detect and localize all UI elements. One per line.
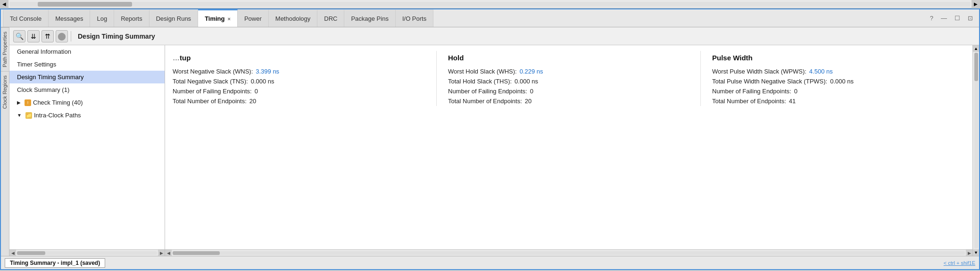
tree-item-general-information[interactable]: General Information [9, 45, 165, 58]
setup-tns-label: Total Negative Slack (TNS): [173, 78, 248, 85]
right-scroll-down[interactable]: ▼ [973, 249, 980, 256]
tree-item-check-timing[interactable]: ▶ ! Check Timing (40) [9, 96, 165, 109]
pw-tpws-label: Total Pulse Width Negative Slack (TPWS): [712, 78, 827, 85]
setup-failing-value: 0 [255, 88, 258, 95]
tab-log[interactable]: Log [90, 9, 114, 27]
tree-scroll-thumb [17, 251, 45, 255]
tree-scroll-right[interactable]: ▶ [158, 250, 165, 256]
data-scroll[interactable]: …tup Worst Negative Slack (WNS): 3.399 n… [165, 45, 972, 249]
setup-wns-value: 3.399 ns [256, 68, 279, 75]
data-scroll-track[interactable] [173, 251, 965, 255]
data-scroll-left[interactable]: ◀ [165, 250, 172, 256]
hold-failing-label: Number of Failing Endpoints: [448, 88, 527, 95]
pw-wpws-value: 4.500 ns [809, 68, 833, 75]
tree-item-timer-settings[interactable]: Timer Settings [9, 58, 165, 71]
status-right-link[interactable]: < ctrl + shif1E [944, 260, 975, 266]
tab-maximize-button[interactable]: ⊡ [965, 14, 975, 23]
data-scroll-thumb [173, 251, 220, 255]
setup-total-value: 20 [249, 98, 256, 105]
tab-package-pins-label: Package Pins [351, 15, 389, 22]
scroll-thumb [38, 2, 132, 7]
tab-methodology[interactable]: Methodology [269, 9, 317, 27]
tab-reports[interactable]: Reports [114, 9, 149, 27]
collapse-all-button[interactable]: ⇊ [27, 30, 40, 42]
search-icon: 🔍 [16, 33, 24, 40]
check-timing-icon: ! [25, 99, 31, 106]
hold-total-label: Total Number of Endpoints: [448, 98, 522, 105]
tree-scrollbar-bottom: ◀ ▶ [9, 249, 165, 256]
pw-total-value: 41 [789, 98, 796, 105]
top-scrollbar[interactable]: ◀ ▶ [0, 0, 980, 8]
toolbar-and-content: 🔍 ⇊ ⇈ ⬤ Design Timing Summary [9, 27, 979, 256]
main-container: Tcl Console Messages Log Reports Design … [0, 8, 980, 270]
stop-icon: ⬤ [58, 32, 66, 41]
tree-item-check-timing-label: Check Timing (40) [33, 99, 83, 106]
timing-section-hold: Hold Worst Hold Slack (WHS): 0.229 ns To… [437, 51, 701, 106]
tab-timing[interactable]: Timing × [198, 9, 238, 27]
hold-total-value: 20 [525, 98, 532, 105]
setup-wns-row: Worst Negative Slack (WNS): 3.399 ns [173, 66, 425, 76]
collapse-all-icon: ⇊ [31, 33, 36, 40]
tree-expand-check-timing: ▶ [17, 100, 21, 105]
hold-ths-row: Total Hold Slack (THS): 0.000 ns [448, 76, 689, 86]
hold-failing-row: Number of Failing Endpoints: 0 [448, 86, 689, 96]
side-labels-left: Path Properties Clock Regions [1, 27, 9, 256]
data-scroll-right[interactable]: ▶ [966, 250, 972, 256]
tab-minimize-button[interactable]: — [938, 14, 949, 23]
timing-section-setup: …tup Worst Negative Slack (WNS): 3.399 n… [173, 51, 437, 106]
setup-header: …tup [173, 51, 425, 66]
tree-item-design-timing-summary[interactable]: Design Timing Summary [9, 71, 165, 83]
scroll-right-arrow[interactable]: ▶ [972, 0, 980, 8]
right-scroll-track[interactable] [974, 53, 978, 248]
tree-item-intra-clock[interactable]: ▼ 📁 Intra-Clock Paths [9, 109, 165, 122]
tree-scroll-left[interactable]: ◀ [9, 250, 16, 256]
scroll-track[interactable] [9, 2, 971, 7]
setup-tns-value: 0.000 ns [251, 78, 274, 85]
tab-restore-button[interactable]: ☐ [952, 14, 963, 23]
tab-power[interactable]: Power [238, 9, 269, 27]
intra-clock-icon: 📁 [25, 112, 32, 119]
hold-ths-value: 0.000 ns [515, 78, 538, 85]
pw-wpws-row: Worst Pulse Width Slack (WPWS): 4.500 ns [712, 66, 954, 76]
pw-wpws-label: Worst Pulse Width Slack (WPWS): [712, 68, 806, 75]
side-label-path-properties[interactable]: Path Properties [1, 27, 9, 71]
hold-total-row: Total Number of Endpoints: 20 [448, 96, 689, 106]
expand-all-button[interactable]: ⇈ [42, 30, 54, 42]
pw-total-label: Total Number of Endpoints: [712, 98, 786, 105]
hold-ths-label: Total Hold Slack (THS): [448, 78, 512, 85]
expand-all-icon: ⇈ [45, 33, 50, 40]
hold-failing-value: 0 [530, 88, 533, 95]
tab-messages[interactable]: Messages [49, 9, 90, 27]
hold-whs-label: Worst Hold Slack (WHS): [448, 68, 517, 75]
right-scroll-up[interactable]: ▲ [973, 45, 980, 52]
tab-actions: ? — ☐ ⊡ [928, 9, 977, 27]
hold-whs-row: Worst Hold Slack (WHS): 0.229 ns [448, 66, 689, 76]
tab-bar: Tcl Console Messages Log Reports Design … [1, 9, 979, 27]
hold-header: Hold [448, 51, 689, 66]
status-label: Timing Summary - impl_1 (saved) [5, 258, 105, 268]
tab-timing-close[interactable]: × [228, 16, 231, 22]
status-bar: Timing Summary - impl_1 (saved) < ctrl +… [1, 256, 979, 269]
data-panel: …tup Worst Negative Slack (WNS): 3.399 n… [165, 45, 979, 256]
setup-total-row: Total Number of Endpoints: 20 [173, 96, 425, 106]
tab-reports-label: Reports [121, 15, 142, 22]
tab-package-pins[interactable]: Package Pins [344, 9, 396, 27]
tab-drc[interactable]: DRC [317, 9, 344, 27]
scroll-left-arrow[interactable]: ◀ [0, 0, 8, 8]
tree-item-clock-summary[interactable]: Clock Summary (1) [9, 83, 165, 96]
tab-tcl-console-label: Tcl Console [10, 15, 42, 22]
split-content: General Information Timer Settings Desig… [9, 45, 979, 256]
tree-scroll-track[interactable] [17, 251, 157, 255]
setup-failing-row: Number of Failing Endpoints: 0 [173, 86, 425, 96]
tab-io-ports[interactable]: I/O Ports [396, 9, 433, 27]
tab-tcl-console[interactable]: Tcl Console [3, 9, 49, 27]
side-label-clock-regions[interactable]: Clock Regions [1, 71, 9, 113]
tab-messages-label: Messages [55, 15, 83, 22]
tab-help-button[interactable]: ? [928, 14, 936, 23]
tab-design-runs[interactable]: Design Runs [149, 9, 198, 27]
tab-timing-label: Timing [205, 15, 224, 22]
stop-button[interactable]: ⬤ [56, 30, 68, 42]
search-button[interactable]: 🔍 [13, 30, 25, 42]
tree-scroll[interactable]: General Information Timer Settings Desig… [9, 45, 165, 249]
pw-failing-row: Number of Failing Endpoints: 0 [712, 86, 954, 96]
